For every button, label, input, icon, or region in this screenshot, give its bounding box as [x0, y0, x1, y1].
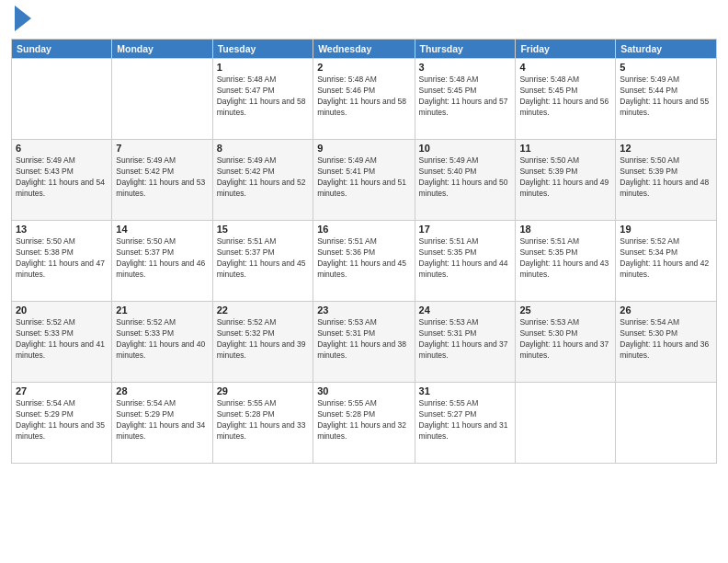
day-detail: Sunrise: 5:52 AMSunset: 5:34 PMDaylight:… — [620, 236, 712, 281]
calendar-week-row: 6Sunrise: 5:49 AMSunset: 5:43 PMDaylight… — [12, 140, 717, 221]
day-detail: Sunrise: 5:53 AMSunset: 5:31 PMDaylight:… — [419, 317, 512, 362]
calendar-week-row: 27Sunrise: 5:54 AMSunset: 5:29 PMDayligh… — [12, 383, 717, 464]
calendar-cell: 26Sunrise: 5:54 AMSunset: 5:30 PMDayligh… — [616, 302, 717, 383]
day-detail: Sunrise: 5:50 AMSunset: 5:39 PMDaylight:… — [519, 155, 611, 200]
calendar-body: 1Sunrise: 5:48 AMSunset: 5:47 PMDaylight… — [12, 59, 717, 464]
calendar-cell: 15Sunrise: 5:51 AMSunset: 5:37 PMDayligh… — [212, 221, 313, 302]
calendar-cell: 8Sunrise: 5:49 AMSunset: 5:42 PMDaylight… — [212, 140, 313, 221]
day-number: 5 — [620, 62, 712, 73]
day-number: 11 — [519, 143, 611, 154]
day-detail: Sunrise: 5:49 AMSunset: 5:44 PMDaylight:… — [620, 75, 712, 119]
day-detail: Sunrise: 5:53 AMSunset: 5:30 PMDaylight:… — [519, 317, 611, 362]
calendar-week-row: 1Sunrise: 5:48 AMSunset: 5:47 PMDaylight… — [12, 59, 717, 140]
day-detail: Sunrise: 5:52 AMSunset: 5:33 PMDaylight:… — [116, 317, 208, 362]
calendar-header: SundayMondayTuesdayWednesdayThursdayFrid… — [12, 40, 717, 59]
calendar-cell: 18Sunrise: 5:51 AMSunset: 5:35 PMDayligh… — [516, 221, 616, 302]
day-detail: Sunrise: 5:51 AMSunset: 5:35 PMDaylight:… — [419, 236, 512, 281]
calendar-cell: 3Sunrise: 5:48 AMSunset: 5:45 PMDaylight… — [415, 59, 516, 140]
calendar-cell: 5Sunrise: 5:49 AMSunset: 5:44 PMDaylight… — [616, 59, 717, 140]
day-detail: Sunrise: 5:50 AMSunset: 5:37 PMDaylight:… — [116, 236, 208, 281]
calendar-cell: 30Sunrise: 5:55 AMSunset: 5:28 PMDayligh… — [313, 383, 415, 464]
page-header — [11, 9, 717, 31]
day-number: 29 — [217, 385, 310, 396]
calendar-cell: 23Sunrise: 5:53 AMSunset: 5:31 PMDayligh… — [313, 302, 415, 383]
logo-arrow-icon — [15, 6, 31, 31]
page-container: SundayMondayTuesdayWednesdayThursdayFrid… — [0, 0, 728, 563]
calendar-cell: 10Sunrise: 5:49 AMSunset: 5:40 PMDayligh… — [415, 140, 516, 221]
calendar-cell: 16Sunrise: 5:51 AMSunset: 5:36 PMDayligh… — [313, 221, 415, 302]
day-detail: Sunrise: 5:54 AMSunset: 5:30 PMDaylight:… — [620, 317, 712, 362]
day-detail: Sunrise: 5:55 AMSunset: 5:28 PMDaylight:… — [217, 398, 310, 442]
day-detail: Sunrise: 5:48 AMSunset: 5:47 PMDaylight:… — [217, 75, 310, 119]
day-number: 25 — [519, 304, 611, 316]
day-number: 6 — [16, 143, 108, 154]
calendar-cell: 25Sunrise: 5:53 AMSunset: 5:30 PMDayligh… — [516, 302, 616, 383]
calendar-cell: 17Sunrise: 5:51 AMSunset: 5:35 PMDayligh… — [415, 221, 516, 302]
day-number: 26 — [620, 304, 712, 316]
day-number: 28 — [116, 385, 208, 396]
calendar-cell: 9Sunrise: 5:49 AMSunset: 5:41 PMDaylight… — [313, 140, 415, 221]
day-detail: Sunrise: 5:54 AMSunset: 5:29 PMDaylight:… — [116, 398, 208, 442]
day-detail: Sunrise: 5:52 AMSunset: 5:32 PMDaylight:… — [217, 317, 310, 362]
calendar-cell: 13Sunrise: 5:50 AMSunset: 5:38 PMDayligh… — [12, 221, 112, 302]
day-number: 20 — [16, 304, 108, 316]
day-number: 15 — [217, 224, 310, 235]
day-detail: Sunrise: 5:49 AMSunset: 5:42 PMDaylight:… — [116, 155, 208, 200]
day-number: 22 — [217, 304, 310, 316]
day-detail: Sunrise: 5:51 AMSunset: 5:36 PMDaylight:… — [317, 236, 410, 281]
day-detail: Sunrise: 5:49 AMSunset: 5:41 PMDaylight:… — [317, 155, 410, 200]
calendar-week-row: 13Sunrise: 5:50 AMSunset: 5:38 PMDayligh… — [12, 221, 717, 302]
weekday-header-thursday: Thursday — [415, 40, 516, 59]
calendar-cell: 21Sunrise: 5:52 AMSunset: 5:33 PMDayligh… — [112, 302, 212, 383]
calendar-cell — [516, 383, 616, 464]
weekday-header-row: SundayMondayTuesdayWednesdayThursdayFrid… — [12, 40, 717, 59]
day-detail: Sunrise: 5:48 AMSunset: 5:45 PMDaylight:… — [419, 75, 512, 119]
day-number: 27 — [16, 385, 108, 396]
day-detail: Sunrise: 5:49 AMSunset: 5:42 PMDaylight:… — [217, 155, 310, 200]
weekday-header-tuesday: Tuesday — [212, 40, 313, 59]
calendar-cell: 7Sunrise: 5:49 AMSunset: 5:42 PMDaylight… — [112, 140, 212, 221]
day-number: 21 — [116, 304, 208, 316]
calendar-week-row: 20Sunrise: 5:52 AMSunset: 5:33 PMDayligh… — [12, 302, 717, 383]
calendar-cell: 27Sunrise: 5:54 AMSunset: 5:29 PMDayligh… — [12, 383, 112, 464]
calendar-cell: 11Sunrise: 5:50 AMSunset: 5:39 PMDayligh… — [516, 140, 616, 221]
calendar-cell: 4Sunrise: 5:48 AMSunset: 5:45 PMDaylight… — [516, 59, 616, 140]
day-number: 23 — [317, 304, 410, 316]
calendar-cell: 31Sunrise: 5:55 AMSunset: 5:27 PMDayligh… — [415, 383, 516, 464]
calendar-cell: 24Sunrise: 5:53 AMSunset: 5:31 PMDayligh… — [415, 302, 516, 383]
calendar-cell: 19Sunrise: 5:52 AMSunset: 5:34 PMDayligh… — [616, 221, 717, 302]
day-number: 1 — [217, 62, 310, 73]
calendar-cell: 20Sunrise: 5:52 AMSunset: 5:33 PMDayligh… — [12, 302, 112, 383]
calendar-cell: 2Sunrise: 5:48 AMSunset: 5:46 PMDaylight… — [313, 59, 415, 140]
day-detail: Sunrise: 5:50 AMSunset: 5:39 PMDaylight:… — [620, 155, 712, 200]
day-detail: Sunrise: 5:54 AMSunset: 5:29 PMDaylight:… — [16, 398, 108, 442]
day-number: 14 — [116, 224, 208, 235]
day-detail: Sunrise: 5:53 AMSunset: 5:31 PMDaylight:… — [317, 317, 410, 362]
day-detail: Sunrise: 5:55 AMSunset: 5:28 PMDaylight:… — [317, 398, 410, 442]
day-number: 3 — [419, 62, 512, 73]
day-number: 4 — [519, 62, 611, 73]
calendar-cell: 1Sunrise: 5:48 AMSunset: 5:47 PMDaylight… — [212, 59, 313, 140]
calendar-cell: 12Sunrise: 5:50 AMSunset: 5:39 PMDayligh… — [616, 140, 717, 221]
logo — [11, 9, 31, 31]
weekday-header-monday: Monday — [112, 40, 212, 59]
day-number: 7 — [116, 143, 208, 154]
calendar-cell — [616, 383, 717, 464]
day-detail: Sunrise: 5:48 AMSunset: 5:45 PMDaylight:… — [519, 75, 611, 119]
day-number: 24 — [419, 304, 512, 316]
day-number: 19 — [620, 224, 712, 235]
day-detail: Sunrise: 5:52 AMSunset: 5:33 PMDaylight:… — [16, 317, 108, 362]
day-detail: Sunrise: 5:48 AMSunset: 5:46 PMDaylight:… — [317, 75, 410, 119]
day-number: 12 — [620, 143, 712, 154]
day-detail: Sunrise: 5:50 AMSunset: 5:38 PMDaylight:… — [16, 236, 108, 281]
calendar-cell: 22Sunrise: 5:52 AMSunset: 5:32 PMDayligh… — [212, 302, 313, 383]
day-detail: Sunrise: 5:55 AMSunset: 5:27 PMDaylight:… — [419, 398, 512, 442]
day-detail: Sunrise: 5:51 AMSunset: 5:37 PMDaylight:… — [217, 236, 310, 281]
calendar-cell: 29Sunrise: 5:55 AMSunset: 5:28 PMDayligh… — [212, 383, 313, 464]
day-detail: Sunrise: 5:49 AMSunset: 5:40 PMDaylight:… — [419, 155, 512, 200]
day-number: 2 — [317, 62, 410, 73]
day-number: 13 — [16, 224, 108, 235]
weekday-header-sunday: Sunday — [12, 40, 112, 59]
day-number: 17 — [419, 224, 512, 235]
weekday-header-wednesday: Wednesday — [313, 40, 415, 59]
